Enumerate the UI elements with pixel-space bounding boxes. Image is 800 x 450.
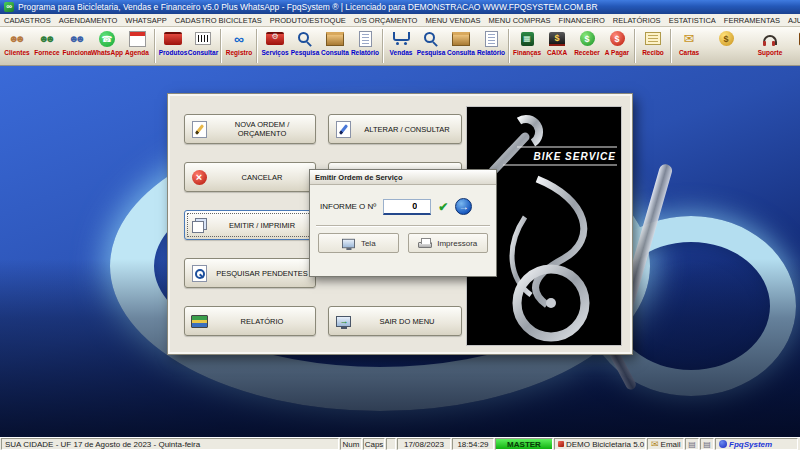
menu-ajuda[interactable]: AJUDA [784, 15, 800, 26]
cancelar-button[interactable]: CANCELAR [184, 162, 316, 192]
modal-buttons-row: Tela Impressora [310, 227, 496, 253]
support-headset-icon [757, 29, 783, 48]
toolbar-button-relatorio-os[interactable]: Relatório [350, 28, 380, 65]
grid-icon [703, 440, 711, 449]
employees-icon [64, 29, 90, 48]
status-num-lock: Num [340, 438, 362, 450]
toolbar-button-whatsapp[interactable]: WhatsApp [92, 28, 122, 65]
box-icon [322, 29, 348, 48]
toolbar-button-consulta-os[interactable]: Consulta [320, 28, 350, 65]
status-mini-button-2[interactable] [700, 438, 714, 450]
toolbar-button-agenda[interactable]: Agenda [122, 28, 152, 65]
calendar-icon [124, 29, 150, 48]
document-pencil-icon [185, 121, 213, 138]
toolbar-separator [507, 29, 511, 63]
go-arrow-button[interactable] [455, 198, 472, 215]
services-toolbox-icon [262, 29, 288, 48]
toolbar-button-pesquisa-vendas[interactable]: Pesquisa [416, 28, 446, 65]
status-caps-lock: Caps [363, 438, 385, 450]
nova-ordem-button[interactable]: NOVA ORDEM / ORÇAMENTO [184, 114, 316, 144]
menu-os-orcamento[interactable]: O/S ORÇAMENTO [350, 15, 422, 26]
pay-dollar-icon [604, 29, 630, 48]
toolbar-button-fornecedores[interactable]: Fornece [32, 28, 62, 65]
search-icon [418, 29, 444, 48]
toolbar-button-caixa[interactable]: CAIXA [542, 28, 572, 65]
menu-financeiro[interactable]: FINANCEIRO [555, 15, 609, 26]
menu-relatorios[interactable]: RELATÓRIOS [609, 15, 665, 26]
bike-service-title: BIKE SERVICE [507, 151, 616, 162]
menu-agendamento[interactable]: AGENDAMENTO [55, 15, 122, 26]
toolbar-separator [255, 29, 259, 63]
os-number-input[interactable] [383, 199, 431, 215]
window-title: Programa para Bicicletaria, Vendas e Fin… [18, 2, 598, 12]
toolbar-button-apagar[interactable]: A Pagar [602, 28, 632, 65]
modal-titlebar: Emitir Ordem de Serviço [310, 170, 496, 185]
toolbar-separator [219, 29, 223, 63]
exit-icon [794, 29, 800, 48]
toolbar-button-suporte[interactable]: Suporte [755, 28, 785, 65]
menu-menu-compras[interactable]: MENU COMPRAS [484, 15, 554, 26]
status-time: 18:54:29 [452, 438, 494, 450]
alterar-consultar-button[interactable]: ALTERAR / CONSULTAR [328, 114, 462, 144]
report-icon [478, 29, 504, 48]
toolbar-button-consulta-vendas[interactable]: Consulta [446, 28, 476, 65]
coin-icon [713, 29, 739, 48]
receipt-icon [640, 29, 666, 48]
menubar: CADASTROS AGENDAMENTO WHATSAPP CADASTRO … [0, 14, 800, 27]
letters-icon [676, 29, 702, 48]
toolbar-button-consultar[interactable]: Consultar [188, 28, 218, 65]
toolbar-button-funcionarios[interactable]: Funciona [62, 28, 92, 65]
sair-do-menu-button[interactable]: SAIR DO MENU [328, 306, 462, 336]
email-icon [651, 439, 659, 449]
status-mini-button-1[interactable] [685, 438, 699, 450]
toolbar-button-clientes[interactable]: Clientes [2, 28, 32, 65]
confirm-check-icon[interactable] [438, 201, 448, 213]
search-document-icon [185, 265, 213, 282]
menu-produto-estoque[interactable]: PRODUTO/ESTOQUE [266, 15, 350, 26]
screen-icon [342, 238, 355, 247]
exit-monitor-icon [329, 316, 357, 327]
finance-icon [514, 29, 540, 48]
document-pencil-icon [329, 121, 357, 138]
emitir-imprimir-button[interactable]: EMITIR / IMPRIMIR [184, 210, 316, 240]
relatorio-button[interactable]: RELATÓRIO [184, 306, 316, 336]
menu-cadastro-bicicletas[interactable]: CADASTRO BICICLETAS [171, 15, 266, 26]
toolbar-button-recibo[interactable]: Recibo [638, 28, 668, 65]
menu-whatsapp[interactable]: WHATSAPP [121, 15, 171, 26]
products-toolbox-icon [160, 29, 186, 48]
status-brand: FpqSystem [715, 438, 798, 450]
cancel-icon [185, 170, 213, 185]
status-date: 17/08/2023 [397, 438, 451, 450]
menu-cadastros[interactable]: CADASTROS [0, 15, 55, 26]
toolbar-button-pesquisa-os[interactable]: Pesquisa [290, 28, 320, 65]
tela-button[interactable]: Tela [318, 233, 399, 253]
report-icon [352, 29, 378, 48]
fpqsystem-logo-icon [719, 440, 727, 448]
menu-menu-vendas[interactable]: MENU VENDAS [421, 15, 484, 26]
toolbar-button-vendas[interactable]: Vendas [386, 28, 416, 65]
toolbar-button-servicos[interactable]: Serviços [260, 28, 290, 65]
toolbar-button-relatorio-vendas[interactable]: Relatório [476, 28, 506, 65]
toolbar-button-moedas[interactable] [711, 28, 741, 65]
toolbar-separator [153, 29, 157, 63]
barcode-icon [190, 29, 216, 48]
impressora-button[interactable]: Impressora [408, 233, 489, 253]
menu-estatistica[interactable]: ESTATISTICA [665, 15, 720, 26]
printer-icon [418, 242, 432, 248]
main-area: NOVA ORDEM / ORÇAMENTO ALTERAR / CONSULT… [0, 66, 800, 437]
toolbar-button-receber[interactable]: Receber [572, 28, 602, 65]
emitir-os-modal: Emitir Ordem de Serviço INFORME O Nº Tel… [309, 169, 497, 277]
toolbar-button-registro[interactable]: Registro [224, 28, 254, 65]
pesquisar-pendentes-button[interactable]: PESQUISAR PENDENTES [184, 258, 316, 288]
toolbar-button-cartas[interactable]: Cartas [674, 28, 704, 65]
toolbar-button-financas[interactable]: Finanças [512, 28, 542, 65]
menu-ferramentas[interactable]: FERRAMENTAS [720, 15, 784, 26]
toolbar-button-produtos[interactable]: Produtos [158, 28, 188, 65]
toolbar: Clientes Fornece Funciona WhatsApp Agend… [0, 27, 800, 66]
search-icon [292, 29, 318, 48]
status-company: DEMO Bicicletaria 5.0 [554, 438, 646, 450]
toolbar-button-sair[interactable] [792, 28, 800, 65]
status-email-button[interactable]: Email [647, 438, 684, 450]
report-books-icon [185, 315, 213, 328]
status-user-badge: MASTER [495, 438, 553, 450]
